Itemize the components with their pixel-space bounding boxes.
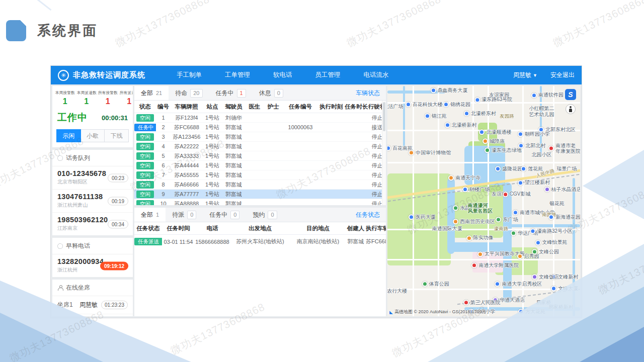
cell: 郭富城	[222, 143, 245, 150]
tab-label: 全部	[141, 89, 153, 98]
cell: 苏A22222	[171, 143, 203, 150]
map-poi-label: 北濠顺通楼	[479, 129, 511, 135]
column-header: 任务时间	[162, 225, 195, 232]
vehicle-row[interactable]: 空闲9苏A777771号站郭富城停止	[134, 190, 386, 199]
tab-待命[interactable]: 待命20	[169, 86, 209, 100]
logout-link[interactable]: 安全退出	[550, 71, 575, 79]
menu-item[interactable]: 员工管理	[315, 71, 341, 79]
poi-icon	[387, 145, 391, 151]
phone-item[interactable]: 198503962120江苏南京00:34	[52, 213, 133, 235]
tab-count: 0	[274, 89, 283, 98]
vehicle-row[interactable]: 空闲5苏A333331号站郭富城停止	[134, 151, 386, 161]
vehicle-status-link[interactable]: 车辆状态	[356, 89, 386, 98]
vehicle-status-badge: 空闲	[136, 152, 154, 160]
agent-name: 周慧敏	[79, 301, 101, 309]
column-header: 任务时长	[345, 103, 369, 111]
tab-任务中[interactable]: 任务中1	[209, 86, 253, 100]
vehicle-row[interactable]: 空闲8苏A666661号站郭富城停止	[134, 180, 386, 190]
vehicle-status-badge: 空闲	[136, 200, 154, 206]
cell: 1号站	[202, 191, 222, 198]
cell: 3	[156, 134, 171, 140]
state-button[interactable]: 示闲	[56, 129, 81, 142]
tab-全部[interactable]: 全部21	[134, 86, 169, 100]
menu-item[interactable]: 工单管理	[225, 71, 250, 79]
cell: 1号站	[202, 152, 222, 160]
stats-grid: 本周接警数1本周派遣数1所有接警数1所有派遣数1	[52, 86, 133, 107]
tab-休息[interactable]: 休息0	[253, 86, 290, 100]
cell: 2	[156, 124, 171, 130]
cell: 1号站	[202, 171, 222, 179]
agent-status-card: 本周接警数1本周派遣数1所有接警数1所有派遣数1 工作中 00:00:31 示闲…	[52, 86, 133, 147]
current-call-list: 13282000934浙江杭州09:19:12	[52, 254, 133, 277]
vehicle-scrollbar[interactable]	[382, 101, 386, 205]
tab-全部[interactable]: 全部1	[134, 208, 166, 222]
vehicle-row[interactable]: 空闲4苏A222221号站郭富城停止	[134, 142, 386, 151]
poi-icon	[511, 231, 516, 236]
map-poi-label: 北园小区	[531, 152, 551, 158]
poi-icon	[532, 249, 537, 254]
menu-item[interactable]: 电话流水	[364, 71, 389, 79]
map[interactable]: 鼎鑫商务大厦友谊家园南通软件园百花科技大楼濠东路63号院锦绣花园小红帽第二艺术幼…	[387, 86, 580, 316]
menu-item[interactable]: 软电话	[273, 71, 292, 79]
title-bullet-shape	[6, 20, 26, 41]
map-poi-label: 南通大学启秀校区	[495, 281, 542, 287]
task-row[interactable]: 任务派送03-01 11:5415866668888苏州火车站(地铁站)南京南站…	[134, 235, 386, 248]
tab-待派[interactable]: 待派0	[166, 208, 203, 222]
vehicle-row[interactable]: 空闲3苏A1234561号站郭富城停止	[134, 132, 386, 142]
state-button[interactable]: 小歇	[81, 129, 105, 142]
tab-任务中[interactable]: 任务中0	[203, 208, 246, 222]
call-queue-title: 话务队列	[66, 154, 90, 162]
poi-icon	[479, 129, 485, 135]
navbar: ✳ 非急救转运调度系统 手工制单工单管理软电话员工管理电话流水 周慧敏▼ 安全退…	[51, 66, 582, 84]
map-poi-label: 文峰饭店	[532, 274, 559, 280]
call-duration-badge: 00:34	[108, 220, 128, 228]
tab-label: 全部	[141, 211, 153, 219]
cell: 南京南站(地铁站)	[290, 238, 346, 245]
decor-triangle	[583, 150, 644, 219]
column-header: 执行车辆	[366, 225, 386, 232]
cell: 郭富城	[222, 171, 245, 179]
decor-line	[19, 0, 52, 11]
map-poi-label: 易家桥新村	[548, 304, 574, 310]
map-poi-label: 百花科技大楼	[406, 102, 443, 108]
poi-icon	[518, 143, 524, 149]
map-poi-label: 濠南路	[494, 226, 509, 231]
poi-icon	[531, 93, 537, 98]
poi-icon	[474, 97, 480, 103]
amap-logo-icon[interactable]: S	[565, 89, 576, 100]
vehicle-status-badge: 空闲	[136, 181, 154, 189]
map-poi-label: 南通濠河风景名胜区	[468, 202, 500, 214]
phone-item[interactable]: 13047611138浙江杭州萧山00:19	[52, 190, 133, 213]
user-menu[interactable]: 周慧敏▼	[513, 71, 537, 79]
cell: 空闲	[134, 133, 156, 141]
map-poi-label: 新海通花园	[548, 214, 580, 220]
vehicle-row[interactable]: 空闲7苏A555551号站郭富城停止	[134, 170, 386, 180]
vehicle-row[interactable]: 任务中2苏FC66881号站郭富城10000063接送	[134, 123, 386, 132]
vehicle-row[interactable]: 空闲1苏F123f41号站刘德华停止	[134, 113, 386, 123]
tab-count: 0	[187, 211, 196, 219]
cell: 苏A66666	[171, 181, 203, 189]
phone-item[interactable]: 13282000934浙江杭州09:19:12	[52, 254, 133, 277]
task-status-link[interactable]: 任务状态	[356, 211, 386, 219]
tab-count: 0	[268, 211, 277, 219]
agent-row[interactable]: 坐席2舒应芳02:12:32	[52, 314, 133, 316]
chevron-down-icon: ▼	[533, 73, 537, 78]
current-call-card: 早释电话 13282000934浙江杭州09:19:12	[52, 238, 133, 277]
column-header: 任务状态	[134, 225, 162, 232]
stat-value: 1	[97, 97, 119, 106]
call-duration-badge: 00:19	[108, 197, 128, 205]
agent-row[interactable]: 坐席1周慧敏01:23:23	[52, 296, 133, 314]
phone-item[interactable]: 010-12345678北京市朝阳区00:23	[52, 166, 133, 190]
vehicle-row[interactable]: 空闲10苏A888881号站郭富城停止	[134, 199, 386, 205]
tab-label: 待派	[172, 211, 184, 219]
tab-预约[interactable]: 预约0	[246, 208, 283, 222]
poi-icon	[503, 192, 508, 197]
poi-icon	[453, 219, 458, 225]
vehicle-row[interactable]: 空闲6苏A444441号站郭富城停止	[134, 161, 386, 170]
vehicle-status-badge: 空闲	[136, 143, 154, 150]
state-button[interactable]: 下线	[105, 129, 129, 142]
streetview-pegman-icon[interactable]	[566, 104, 576, 114]
menu-item[interactable]: 手工制单	[177, 71, 202, 79]
cell: 苏FC6688	[171, 124, 203, 131]
task-status-badge: 任务派送	[134, 238, 162, 245]
